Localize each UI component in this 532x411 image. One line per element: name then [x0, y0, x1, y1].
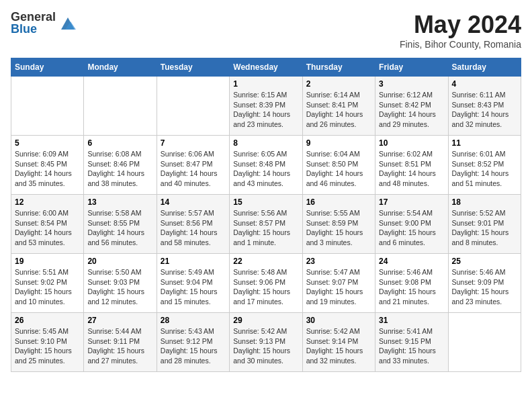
day-number: 5 — [15, 138, 80, 148]
week-row-1: 1Sunrise: 6:15 AM Sunset: 8:39 PM Daylig… — [11, 77, 521, 136]
day-info: Sunrise: 6:00 AM Sunset: 8:54 PM Dayligh… — [15, 208, 80, 248]
calendar-cell: 12Sunrise: 6:00 AM Sunset: 8:54 PM Dayli… — [11, 195, 84, 254]
calendar-cell: 18Sunrise: 5:52 AM Sunset: 9:01 PM Dayli… — [448, 195, 521, 254]
col-header-wednesday: Wednesday — [230, 58, 302, 77]
title-block: May 2024 Finis, Bihor County, Romania — [400, 11, 521, 50]
calendar-cell: 4Sunrise: 6:11 AM Sunset: 8:43 PM Daylig… — [448, 77, 521, 136]
day-info: Sunrise: 6:12 AM Sunset: 8:42 PM Dayligh… — [379, 90, 444, 130]
calendar-cell: 5Sunrise: 6:09 AM Sunset: 8:45 PM Daylig… — [11, 136, 84, 195]
day-number: 1 — [233, 79, 298, 89]
day-number: 17 — [379, 197, 444, 207]
logo-blue: Blue — [11, 23, 56, 35]
calendar-cell: 24Sunrise: 5:46 AM Sunset: 9:08 PM Dayli… — [375, 254, 448, 313]
col-header-saturday: Saturday — [448, 58, 521, 77]
month-year-title: May 2024 — [400, 11, 521, 39]
calendar-cell: 15Sunrise: 5:56 AM Sunset: 8:57 PM Dayli… — [230, 195, 302, 254]
calendar-cell: 31Sunrise: 5:41 AM Sunset: 9:15 PM Dayli… — [375, 313, 448, 372]
day-info: Sunrise: 6:01 AM Sunset: 8:52 PM Dayligh… — [452, 149, 517, 189]
day-info: Sunrise: 6:11 AM Sunset: 8:43 PM Dayligh… — [452, 90, 517, 130]
col-header-tuesday: Tuesday — [157, 58, 229, 77]
day-info: Sunrise: 6:05 AM Sunset: 8:48 PM Dayligh… — [233, 149, 298, 189]
day-info: Sunrise: 5:43 AM Sunset: 9:12 PM Dayligh… — [161, 326, 226, 366]
calendar-cell — [157, 77, 229, 136]
week-row-4: 19Sunrise: 5:51 AM Sunset: 9:02 PM Dayli… — [11, 254, 521, 313]
logo-icon — [58, 13, 77, 32]
day-info: Sunrise: 5:58 AM Sunset: 8:55 PM Dayligh… — [87, 208, 152, 248]
day-info: Sunrise: 5:41 AM Sunset: 9:15 PM Dayligh… — [379, 326, 444, 366]
calendar-cell: 11Sunrise: 6:01 AM Sunset: 8:52 PM Dayli… — [448, 136, 521, 195]
calendar-cell: 29Sunrise: 5:42 AM Sunset: 9:13 PM Dayli… — [230, 313, 302, 372]
day-info: Sunrise: 5:42 AM Sunset: 9:13 PM Dayligh… — [233, 326, 298, 366]
day-number: 4 — [452, 79, 517, 89]
week-row-5: 26Sunrise: 5:45 AM Sunset: 9:10 PM Dayli… — [11, 313, 521, 372]
day-info: Sunrise: 5:47 AM Sunset: 9:07 PM Dayligh… — [306, 267, 371, 307]
day-number: 3 — [379, 79, 444, 89]
day-number: 25 — [452, 257, 517, 266]
logo-general: General — [11, 11, 56, 23]
day-number: 12 — [15, 197, 80, 207]
day-number: 24 — [379, 257, 444, 266]
day-number: 8 — [233, 138, 298, 148]
day-number: 10 — [379, 138, 444, 148]
day-info: Sunrise: 6:04 AM Sunset: 8:50 PM Dayligh… — [306, 149, 371, 189]
day-number: 26 — [15, 316, 80, 325]
day-info: Sunrise: 5:57 AM Sunset: 8:56 PM Dayligh… — [161, 208, 226, 248]
calendar-cell — [448, 313, 521, 372]
day-info: Sunrise: 5:46 AM Sunset: 9:09 PM Dayligh… — [452, 267, 517, 307]
day-number: 28 — [161, 316, 226, 325]
day-info: Sunrise: 5:54 AM Sunset: 9:00 PM Dayligh… — [379, 208, 444, 248]
day-info: Sunrise: 6:14 AM Sunset: 8:41 PM Dayligh… — [306, 90, 371, 130]
col-header-friday: Friday — [375, 58, 448, 77]
day-number: 19 — [15, 257, 80, 266]
day-info: Sunrise: 5:44 AM Sunset: 9:11 PM Dayligh… — [87, 326, 152, 366]
day-number: 6 — [87, 138, 152, 148]
day-number: 30 — [306, 316, 371, 325]
calendar-cell: 16Sunrise: 5:55 AM Sunset: 8:59 PM Dayli… — [302, 195, 375, 254]
day-number: 9 — [306, 138, 371, 148]
calendar-cell: 27Sunrise: 5:44 AM Sunset: 9:11 PM Dayli… — [84, 313, 157, 372]
calendar-cell: 21Sunrise: 5:49 AM Sunset: 9:04 PM Dayli… — [157, 254, 229, 313]
day-info: Sunrise: 5:51 AM Sunset: 9:02 PM Dayligh… — [15, 267, 80, 307]
day-number: 14 — [161, 197, 226, 207]
calendar-cell: 28Sunrise: 5:43 AM Sunset: 9:12 PM Dayli… — [157, 313, 229, 372]
day-number: 21 — [161, 257, 226, 266]
calendar-table: SundayMondayTuesdayWednesdayThursdayFrid… — [11, 58, 521, 372]
day-number: 13 — [87, 197, 152, 207]
calendar-cell — [11, 77, 84, 136]
day-number: 29 — [233, 316, 298, 325]
day-info: Sunrise: 6:15 AM Sunset: 8:39 PM Dayligh… — [233, 90, 298, 130]
calendar-cell: 7Sunrise: 6:06 AM Sunset: 8:47 PM Daylig… — [157, 136, 229, 195]
day-info: Sunrise: 5:42 AM Sunset: 9:14 PM Dayligh… — [306, 326, 371, 366]
page-header: General Blue May 2024 Finis, Bihor Count… — [11, 11, 521, 50]
day-info: Sunrise: 5:46 AM Sunset: 9:08 PM Dayligh… — [379, 267, 444, 307]
calendar-cell: 1Sunrise: 6:15 AM Sunset: 8:39 PM Daylig… — [230, 77, 302, 136]
day-info: Sunrise: 5:52 AM Sunset: 9:01 PM Dayligh… — [452, 208, 517, 248]
day-number: 23 — [306, 257, 371, 266]
col-header-sunday: Sunday — [11, 58, 84, 77]
location-subtitle: Finis, Bihor County, Romania — [400, 39, 521, 50]
day-info: Sunrise: 5:45 AM Sunset: 9:10 PM Dayligh… — [15, 326, 80, 366]
day-number: 7 — [161, 138, 226, 148]
day-number: 18 — [452, 197, 517, 207]
day-info: Sunrise: 5:56 AM Sunset: 8:57 PM Dayligh… — [233, 208, 298, 248]
day-info: Sunrise: 6:06 AM Sunset: 8:47 PM Dayligh… — [161, 149, 226, 189]
calendar-cell: 10Sunrise: 6:02 AM Sunset: 8:51 PM Dayli… — [375, 136, 448, 195]
calendar-cell: 2Sunrise: 6:14 AM Sunset: 8:41 PM Daylig… — [302, 77, 375, 136]
day-number: 27 — [87, 316, 152, 325]
day-number: 20 — [87, 257, 152, 266]
calendar-cell: 30Sunrise: 5:42 AM Sunset: 9:14 PM Dayli… — [302, 313, 375, 372]
day-info: Sunrise: 5:48 AM Sunset: 9:06 PM Dayligh… — [233, 267, 298, 307]
col-header-monday: Monday — [84, 58, 157, 77]
day-info: Sunrise: 6:02 AM Sunset: 8:51 PM Dayligh… — [379, 149, 444, 189]
day-number: 16 — [306, 197, 371, 207]
day-number: 11 — [452, 138, 517, 148]
day-info: Sunrise: 6:09 AM Sunset: 8:45 PM Dayligh… — [15, 149, 80, 189]
day-number: 22 — [233, 257, 298, 266]
day-info: Sunrise: 5:55 AM Sunset: 8:59 PM Dayligh… — [306, 208, 371, 248]
day-number: 31 — [379, 316, 444, 325]
calendar-header-row: SundayMondayTuesdayWednesdayThursdayFrid… — [11, 58, 521, 77]
calendar-cell — [84, 77, 157, 136]
calendar-cell: 19Sunrise: 5:51 AM Sunset: 9:02 PM Dayli… — [11, 254, 84, 313]
calendar-cell: 20Sunrise: 5:50 AM Sunset: 9:03 PM Dayli… — [84, 254, 157, 313]
calendar-cell: 9Sunrise: 6:04 AM Sunset: 8:50 PM Daylig… — [302, 136, 375, 195]
